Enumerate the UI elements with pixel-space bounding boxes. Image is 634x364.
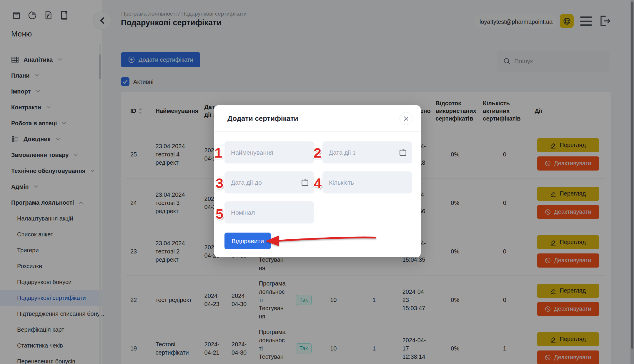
- annotation-marker-2: 2: [314, 145, 321, 161]
- annotation-marker-3: 3: [216, 175, 223, 191]
- name-input[interactable]: [224, 141, 314, 163]
- annotation-marker-4: 4: [314, 175, 322, 191]
- annotation-marker-1: 1: [214, 145, 222, 161]
- close-icon: [404, 116, 409, 121]
- screen: Меню Аналітика Плани Імпорт Контракти Ро…: [0, 0, 634, 364]
- modal-title: Додати сертифікати: [227, 114, 298, 123]
- field-date-to: [224, 171, 314, 193]
- quantity-input[interactable]: [322, 171, 412, 193]
- field-date-from: [322, 141, 412, 163]
- modal-close-button[interactable]: [400, 112, 412, 125]
- annotation-arrow: [265, 233, 377, 248]
- submit-button[interactable]: Відправити: [224, 233, 271, 249]
- date-from-input[interactable]: [322, 141, 412, 163]
- field-quantity: [322, 171, 412, 193]
- field-nominal: [224, 201, 314, 223]
- modal-header: Додати сертифікати: [214, 105, 421, 132]
- annotation-marker-5: 5: [216, 206, 223, 222]
- date-to-input[interactable]: [224, 171, 314, 193]
- nominal-input[interactable]: [224, 201, 314, 223]
- field-name: [224, 141, 314, 163]
